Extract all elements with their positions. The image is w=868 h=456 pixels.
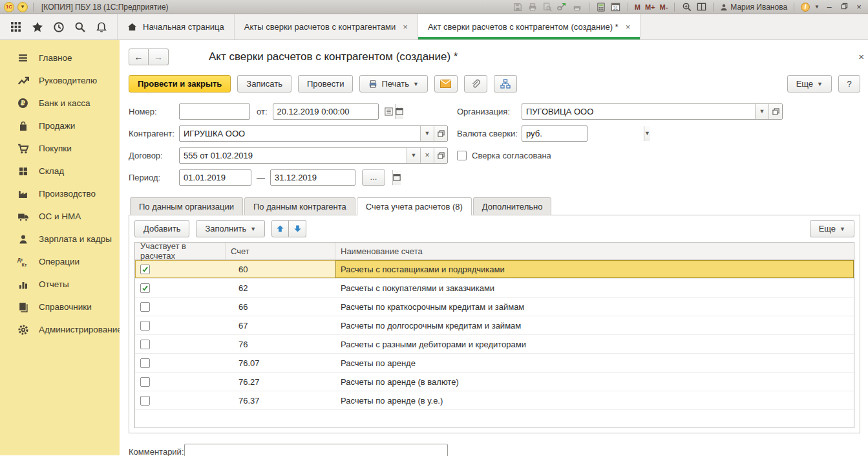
agreed-checkbox-label[interactable]: Сверка согласована [472, 151, 551, 160]
split-view-icon[interactable] [696, 2, 706, 12]
table-row[interactable]: 76.37 Расчеты по аренде (в у.е.) [135, 391, 854, 410]
zoom-icon[interactable] [681, 2, 692, 12]
table-row[interactable]: 76.27 Расчеты по аренде (в валюте) [135, 373, 854, 391]
agreed-checkbox[interactable] [457, 151, 467, 160]
calendar-icon[interactable]: 31 [611, 2, 621, 12]
chevron-down-icon[interactable]: ▼ [407, 148, 420, 163]
calendar-picker-icon[interactable] [395, 104, 403, 119]
open-form-icon[interactable] [768, 104, 782, 119]
participates-checkbox[interactable] [140, 321, 150, 331]
menu-grid-icon[interactable] [5, 14, 26, 39]
tab-act-create[interactable]: Акт сверки расчетов с контрагентом (созд… [418, 14, 640, 39]
sidebar-item-bank[interactable]: ₽Банк и касса [0, 92, 120, 114]
sidebar-item-main[interactable]: Главное [0, 47, 120, 69]
account-name[interactable]: Расчеты по аренде (в валюте) [335, 373, 854, 391]
period-options-button[interactable]: ... [362, 169, 385, 186]
account-name[interactable]: Расчеты по краткосрочным кредитам и займ… [335, 298, 854, 316]
account-code[interactable]: 76 [226, 335, 335, 353]
table-row[interactable]: 62 Расчеты с покупателями и заказчиками [135, 279, 854, 298]
comment-input[interactable] [184, 444, 448, 456]
table-row[interactable]: 67 Расчеты по долгосрочным кредитам и за… [135, 316, 854, 335]
table-row[interactable]: 76 Расчеты с разными дебиторами и кредит… [135, 335, 854, 354]
tab-acts-list[interactable]: Акты сверки расчетов с контрагентами × [235, 14, 418, 39]
counterparty-input[interactable] [180, 126, 420, 141]
email-button[interactable] [434, 75, 458, 92]
chevron-down-icon[interactable]: ▼ [644, 126, 650, 141]
number-input[interactable] [180, 104, 249, 119]
chevron-down-icon[interactable]: ▼ [755, 104, 768, 119]
structure-button[interactable] [494, 75, 517, 92]
table-row[interactable]: 60 Расчеты с поставщиками и подрядчиками [135, 260, 854, 279]
participates-checkbox[interactable] [140, 302, 150, 312]
account-name[interactable]: Расчеты по аренде [335, 354, 854, 372]
tab-by-organization[interactable]: По данным организации [130, 197, 243, 215]
search-icon[interactable] [69, 14, 90, 39]
account-name[interactable]: Расчеты по долгосрочным кредитам и займа… [335, 316, 854, 334]
sidebar-item-purchases[interactable]: Покупки [0, 137, 120, 160]
tab-home[interactable]: Начальная страница [118, 14, 235, 39]
table-row[interactable]: 66 Расчеты по краткосрочным кредитам и з… [135, 298, 854, 316]
external-link-icon[interactable] [557, 2, 567, 12]
save-icon[interactable] [513, 2, 523, 12]
calendar-picker-icon[interactable] [392, 170, 401, 185]
clear-icon[interactable]: × [420, 148, 434, 163]
account-code[interactable]: 76.37 [226, 391, 335, 409]
post-button[interactable]: Провести [298, 75, 354, 92]
move-up-button[interactable] [271, 220, 289, 237]
account-code[interactable]: 66 [226, 298, 335, 316]
history-icon[interactable] [48, 14, 69, 39]
back-button[interactable]: ← [129, 49, 149, 65]
close-icon[interactable]: × [403, 22, 408, 32]
contract-input[interactable] [180, 148, 407, 163]
account-code[interactable]: 67 [226, 316, 335, 334]
participates-checkbox[interactable] [140, 396, 150, 406]
window-close-button[interactable]: × [854, 2, 864, 12]
notifications-bell-icon[interactable] [90, 14, 112, 39]
participates-checkbox[interactable] [140, 340, 150, 349]
save-button[interactable]: Записать [237, 75, 291, 92]
post-and-close-button[interactable]: Провести и закрыть [129, 75, 231, 92]
participates-checkbox[interactable] [140, 358, 150, 368]
sidebar-item-warehouse[interactable]: Склад [0, 160, 120, 182]
add-row-button[interactable]: Добавить [134, 220, 189, 237]
move-down-button[interactable] [289, 220, 306, 237]
column-header[interactable]: Наименование счета [335, 243, 854, 259]
sidebar-item-operations[interactable]: ДтКтОперации [0, 250, 120, 273]
account-name[interactable]: Расчеты с разными дебиторами и кредитора… [335, 335, 854, 353]
help-button[interactable]: ? [838, 75, 860, 92]
sidebar-item-administration[interactable]: Администрирование [0, 318, 120, 341]
chevron-down-icon[interactable]: ▼ [814, 4, 820, 10]
print-current-icon[interactable] [572, 2, 582, 12]
account-name[interactable]: Расчеты по аренде (в у.е.) [335, 391, 854, 409]
print-preview-icon[interactable] [542, 2, 553, 12]
window-restore-button[interactable] [839, 2, 849, 12]
date-input[interactable] [273, 104, 395, 119]
sidebar-item-payroll[interactable]: Зарплата и кадры [0, 228, 120, 250]
memory-mplus-button[interactable]: M+ [645, 3, 655, 11]
column-header[interactable]: Счет [226, 243, 335, 259]
participates-checkbox[interactable] [140, 265, 150, 274]
tab-settlement-accounts[interactable]: Счета учета расчетов (8) [357, 197, 472, 215]
sidebar-item-reports[interactable]: Отчеты [0, 273, 120, 296]
sidebar-item-sales[interactable]: Продажи [0, 114, 120, 137]
current-user[interactable]: Мария Иванова [720, 3, 787, 12]
print-icon[interactable] [527, 2, 538, 12]
account-code[interactable]: 60 [226, 260, 335, 278]
forward-button[interactable]: → [149, 49, 169, 65]
organization-input[interactable] [522, 104, 755, 119]
account-code[interactable]: 62 [226, 279, 335, 297]
main-menu-button[interactable]: ▼ [17, 2, 28, 12]
fill-button[interactable]: Заполнить▼ [196, 220, 265, 237]
memory-mminus-button[interactable]: M- [659, 3, 668, 11]
window-minimize-button[interactable]: – [824, 2, 834, 12]
memory-m-button[interactable]: M [635, 3, 640, 11]
open-form-icon[interactable] [434, 126, 447, 141]
open-form-icon[interactable] [434, 148, 447, 163]
account-code[interactable]: 76.07 [226, 354, 335, 372]
account-code[interactable]: 76.27 [226, 373, 335, 391]
open-list-icon[interactable] [384, 107, 394, 116]
sidebar-item-directories[interactable]: Справочники [0, 296, 120, 318]
print-button[interactable]: Печать ▼ [359, 75, 428, 92]
form-close-icon[interactable]: × [858, 52, 864, 61]
calculator-icon[interactable] [596, 2, 606, 12]
